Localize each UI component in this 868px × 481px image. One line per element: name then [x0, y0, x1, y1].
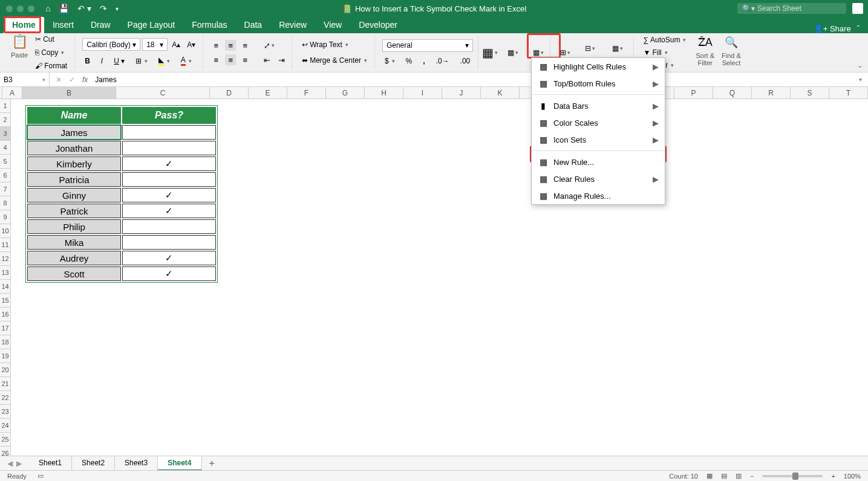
cell-pass-9[interactable]: ✓	[122, 266, 216, 281]
format-painter-button[interactable]: 🖌 Format	[33, 60, 70, 71]
increase-decimal-icon[interactable]: .0→	[434, 56, 452, 66]
user-avatar-icon[interactable]	[852, 3, 863, 14]
sheet-tab-sheet4[interactable]: Sheet4	[158, 456, 201, 471]
sheet-tab-sheet3[interactable]: Sheet3	[115, 456, 158, 471]
col-header-A[interactable]: A	[2, 87, 22, 98]
row-header-11[interactable]: 11	[0, 238, 11, 252]
format-as-table-button[interactable]: ▦	[505, 45, 521, 60]
fill-color-button[interactable]: ◣	[156, 54, 172, 67]
name-box[interactable]: B3▾	[0, 73, 50, 86]
fx-icon[interactable]: fx	[82, 76, 88, 84]
cell-name-4[interactable]: Ginny	[27, 188, 121, 202]
sheet-nav-prev-icon[interactable]: ◀	[7, 459, 13, 468]
cf-color-scales[interactable]: ▦Color Scales▶	[532, 114, 665, 131]
tab-view[interactable]: View	[315, 17, 350, 33]
row-header-16[interactable]: 16	[0, 308, 11, 321]
macro-record-icon[interactable]: ▭	[38, 472, 44, 480]
decrease-decimal-icon[interactable]: .00	[458, 56, 473, 66]
merge-center-button[interactable]: ⬌ Merge & Center	[299, 55, 370, 66]
decrease-font-icon[interactable]: A▾	[184, 39, 198, 50]
cf-top-bottom-rules[interactable]: ▦Top/Bottom Rules▶	[532, 75, 665, 92]
tab-home[interactable]: Home	[4, 17, 44, 33]
font-color-button[interactable]: A	[178, 54, 194, 67]
autosum-button[interactable]: ∑ AutoSum	[641, 34, 689, 45]
number-format-select[interactable]: General▾	[382, 39, 473, 52]
percent-icon[interactable]: %	[403, 56, 415, 66]
row-header-4[interactable]: 4	[0, 141, 11, 155]
orientation-icon[interactable]: ⤢	[264, 40, 275, 51]
col-header-E[interactable]: E	[249, 87, 287, 98]
add-sheet-button[interactable]: +	[202, 458, 222, 469]
col-header-F[interactable]: F	[287, 87, 326, 98]
cell-name-1[interactable]: Jonathan	[27, 141, 121, 155]
cell-pass-5[interactable]: ✓	[122, 204, 216, 218]
align-bottom-icon[interactable]: ≡	[240, 40, 250, 51]
font-size-select[interactable]: 18▾	[142, 38, 168, 51]
qat-more-icon[interactable]: ▾	[116, 5, 119, 12]
currency-icon[interactable]: $	[382, 56, 397, 66]
cell-pass-2[interactable]: ✓	[122, 157, 216, 171]
row-header-8[interactable]: 8	[0, 196, 11, 210]
search-sheet-input[interactable]: 🔍▾ Search Sheet	[737, 3, 846, 14]
cf-highlight-cells-rules[interactable]: ▦Highlight Cells Rules▶	[532, 58, 665, 75]
decrease-indent-icon[interactable]: ⇤	[261, 54, 272, 65]
cell-name-3[interactable]: Patricia	[27, 172, 121, 187]
row-header-19[interactable]: 19	[0, 349, 11, 363]
paste-icon[interactable]: 📋	[11, 34, 27, 50]
zoom-out-icon[interactable]: −	[750, 473, 754, 480]
tab-developer[interactable]: Developer	[350, 17, 406, 33]
row-header-23[interactable]: 23	[0, 405, 11, 419]
cf-manage-rules[interactable]: ▦Manage Rules...	[532, 187, 665, 204]
row-header-6[interactable]: 6	[0, 169, 11, 182]
cell-name-2[interactable]: Kimberly	[27, 157, 121, 171]
col-header-G[interactable]: G	[326, 87, 365, 98]
column-headers[interactable]: ABCDEFGHIJKLMNOPQRST	[2, 87, 868, 99]
align-center-icon[interactable]: ≡	[225, 54, 236, 65]
comma-icon[interactable]: ,	[420, 56, 427, 66]
format-cells-icon[interactable]: ▦	[610, 40, 625, 56]
cell-name-9[interactable]: Scott	[27, 266, 121, 281]
row-header-3[interactable]: 3	[0, 127, 11, 141]
close-dot[interactable]	[6, 5, 13, 12]
minimize-dot[interactable]	[17, 5, 24, 12]
cell-name-7[interactable]: Mika	[27, 235, 121, 250]
cell-pass-6[interactable]	[122, 219, 216, 234]
row-header-22[interactable]: 22	[0, 391, 11, 405]
row-header-24[interactable]: 24	[0, 419, 11, 433]
align-right-icon[interactable]: ≡	[240, 54, 250, 65]
increase-indent-icon[interactable]: ⇥	[276, 54, 287, 65]
col-header-I[interactable]: I	[403, 87, 442, 98]
formula-input[interactable]: James	[95, 76, 116, 84]
col-header-B[interactable]: B	[22, 87, 116, 98]
tab-formulas[interactable]: Formulas	[183, 17, 235, 33]
row-header-9[interactable]: 9	[0, 210, 11, 224]
sheet-tab-sheet1[interactable]: Sheet1	[29, 456, 72, 471]
delete-cells-icon[interactable]: ⊟	[582, 40, 598, 56]
cell-name-0[interactable]: James	[27, 125, 121, 140]
tab-draw[interactable]: Draw	[82, 17, 119, 33]
col-header-Q[interactable]: Q	[713, 87, 752, 98]
view-page-break-icon[interactable]: ▥	[736, 472, 742, 480]
row-header-17[interactable]: 17	[0, 321, 11, 335]
italic-button[interactable]: I	[99, 56, 105, 66]
cell-pass-3[interactable]	[122, 172, 216, 187]
align-left-icon[interactable]: ≡	[210, 54, 221, 65]
cf-icon-sets[interactable]: ▦Icon Sets▶	[532, 131, 665, 148]
align-top-icon[interactable]: ≡	[210, 40, 221, 51]
home-icon[interactable]: ⌂	[45, 4, 50, 13]
maximize-dot[interactable]	[28, 5, 34, 12]
align-middle-icon[interactable]: ≡	[225, 40, 236, 51]
col-header-S[interactable]: S	[791, 87, 829, 98]
sheet-nav-next-icon[interactable]: ▶	[16, 459, 22, 468]
fill-button[interactable]: ▼ Fill	[641, 47, 689, 58]
bold-button[interactable]: B	[82, 56, 93, 66]
share-button[interactable]: 👤+ Share	[814, 24, 851, 33]
row-header-15[interactable]: 15	[0, 294, 11, 308]
row-header-2[interactable]: 2	[0, 113, 11, 127]
col-header-H[interactable]: H	[365, 87, 403, 98]
row-header-21[interactable]: 21	[0, 377, 11, 391]
cut-button[interactable]: ✂ Cut	[33, 34, 70, 45]
row-header-13[interactable]: 13	[0, 266, 11, 280]
confirm-formula-icon[interactable]: ✓	[69, 76, 75, 84]
cell-pass-4[interactable]: ✓	[122, 188, 216, 202]
